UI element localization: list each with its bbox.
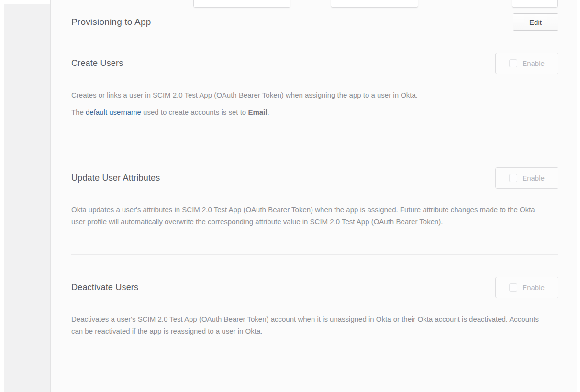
section-deactivate-users: Deactivate Users Enable Deactivates a us… — [71, 277, 558, 337]
section-create-users: Create Users Enable Creates or links a u… — [71, 53, 558, 118]
checkbox-icon[interactable] — [509, 174, 517, 182]
provisioning-header: Provisioning to App Edit — [71, 13, 558, 31]
page-title: Provisioning to App — [71, 17, 151, 27]
section-title-deactivate-users: Deactivate Users — [71, 283, 138, 293]
settings-sidebar — [4, 4, 50, 392]
checkbox-icon[interactable] — [509, 59, 517, 67]
default-username-link[interactable]: default username — [86, 108, 141, 116]
update-user-attributes-description: Okta updates a user's attributes in SCIM… — [71, 204, 550, 228]
enable-toggle-label: Enable — [522, 283, 545, 292]
section-divider — [71, 145, 558, 145]
section-update-user-attributes: Update User Attributes Enable Okta updat… — [71, 167, 558, 228]
enable-toggle-label: Enable — [522, 174, 545, 182]
enable-toggle-create-users[interactable]: Enable — [495, 53, 558, 74]
enable-toggle-update-user-attributes[interactable]: Enable — [495, 167, 558, 189]
section-divider — [71, 364, 558, 364]
section-title-update-user-attributes: Update User Attributes — [71, 173, 160, 183]
enable-toggle-deactivate-users[interactable]: Enable — [495, 277, 558, 298]
enable-toggle-label: Enable — [522, 59, 545, 67]
cutoff-element-top-right[interactable] — [512, 0, 558, 8]
line2-suffix: . — [267, 108, 269, 116]
line2-prefix: The — [71, 108, 86, 116]
section-divider — [71, 254, 558, 255]
cutoff-input-field-1[interactable] — [193, 0, 290, 8]
line2-middle: used to create accounts is set to — [141, 108, 248, 116]
edit-button[interactable]: Edit — [513, 13, 558, 31]
provisioning-panel: Provisioning to App Edit Create Users En… — [50, 0, 577, 392]
deactivate-users-description: Deactivates a user's SCIM 2.0 Test App (… — [71, 313, 550, 337]
checkbox-icon[interactable] — [509, 283, 517, 292]
default-username-line: The default username used to create acco… — [71, 106, 550, 118]
section-title-create-users: Create Users — [71, 58, 123, 68]
default-username-value: Email — [248, 108, 267, 116]
cutoff-input-field-2[interactable] — [331, 0, 418, 8]
create-users-description: Creates or links a user in SCIM 2.0 Test… — [71, 89, 550, 101]
